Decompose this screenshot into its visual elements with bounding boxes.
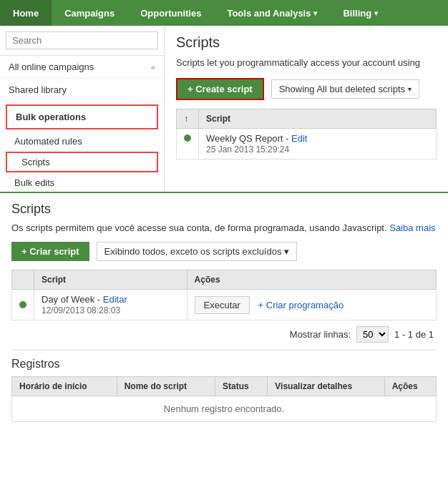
nav-home[interactable]: Home [0, 0, 52, 26]
logs-col-status: Status [215, 377, 268, 396]
main-toolbar: + Create script Showing All but deleted … [176, 78, 437, 100]
execute-button[interactable]: Executar [195, 296, 250, 314]
page-size-select[interactable]: 50 [356, 326, 389, 343]
sort-icon: ↑ [184, 114, 188, 124]
bottom-col-actions: Ações [187, 270, 436, 290]
logs-empty-row: Nenhum registro encontrado. [12, 396, 437, 422]
sidebar-bulk-edits[interactable]: Bulk edits [0, 174, 164, 192]
bottom-title: Scripts [11, 202, 437, 217]
page-info: 1 - 1 de 1 [394, 329, 434, 340]
create-script-button[interactable]: + Create script [176, 78, 264, 100]
logs-section: Registros Horário de início Nome do scri… [11, 350, 437, 422]
sidebar-campaigns-section[interactable]: All online campaigns « [0, 56, 164, 79]
saiba-mais-link[interactable]: Saiba mais [389, 222, 435, 233]
bottom-actions-cell: Executar + Criar programação [187, 290, 436, 320]
filter-button[interactable]: Showing All but deleted scripts ▾ [271, 79, 419, 99]
main-panel: Scripts Scripts let you programmatically… [165, 26, 448, 192]
filter-arrow-icon: ▾ [408, 85, 412, 93]
bottom-filter-arrow-icon: ▾ [284, 246, 289, 257]
main-description: Scripts let you programmatically access … [176, 57, 437, 69]
search-box [0, 26, 164, 56]
bottom-description: Os scripts permitem que você acesse sua … [11, 222, 437, 233]
bottom-filter-button[interactable]: Exibindo todos, exceto os scripts excluí… [97, 242, 298, 261]
nav-billing[interactable]: Billing ▾ [330, 0, 391, 26]
bottom-status-cell [12, 290, 34, 320]
logs-empty-message: Nenhum registro encontrado. [12, 396, 437, 422]
status-cell [177, 129, 199, 160]
tools-arrow-icon: ▾ [313, 9, 317, 17]
logs-col-details: Visualizar detalhes [268, 377, 384, 396]
pagination: Mostrar linhas: 50 1 - 1 de 1 [11, 326, 437, 343]
bottom-separator: - [97, 294, 103, 305]
table-row: Weekly QS Report - Edit 25 Jan 2013 15:2… [177, 129, 437, 160]
col-status-header: ↑ [177, 109, 199, 129]
page-title: Scripts [176, 34, 437, 51]
rows-label: Mostrar linhas: [290, 329, 351, 340]
script-date: 25 Jan 2013 15:29:24 [206, 144, 289, 155]
collapse-icon[interactable]: « [151, 63, 155, 72]
status-dot [184, 134, 191, 142]
bottom-scripts-table: Script Ações Day of Week - Editar 12/09/… [11, 270, 437, 320]
logs-col-start: Horário de início [12, 377, 117, 396]
edit-link[interactable]: Edit [291, 133, 307, 144]
sidebar-scripts[interactable]: Scripts [6, 152, 158, 172]
script-name: Weekly QS Report [206, 133, 283, 144]
nav-tools[interactable]: Tools and Analysis ▾ [214, 0, 330, 26]
logs-title: Registros [11, 358, 437, 371]
bottom-script-cell: Day of Week - Editar 12/09/2013 08:28:03 [34, 290, 188, 320]
bottom-script-name: Day of Week [42, 294, 94, 305]
sidebar-bulk-operations[interactable]: Bulk operations [6, 104, 158, 129]
bottom-status-dot [19, 301, 26, 308]
criar-script-button[interactable]: + Criar script [11, 242, 89, 261]
logs-col-actions: Ações [384, 377, 436, 396]
bottom-col-status [12, 270, 34, 290]
col-script-header: Script [199, 109, 437, 129]
create-schedule-link[interactable]: + Criar programação [258, 300, 344, 310]
logs-table: Horário de início Nome do script Status … [11, 376, 437, 422]
separator: - [286, 133, 291, 144]
nav-opportunities[interactable]: Opportunities [127, 0, 214, 26]
all-campaigns-label: All online campaigns [9, 62, 94, 72]
sidebar-shared-library[interactable]: Shared library [0, 79, 164, 102]
bottom-script-date: 12/09/2013 08:28:03 [42, 305, 120, 315]
bottom-toolbar: + Criar script Exibindo todos, exceto os… [11, 242, 437, 261]
editar-link[interactable]: Editar [103, 294, 127, 305]
bottom-panel: Scripts Os scripts permitem que você ace… [0, 192, 448, 431]
top-nav: Home Campaigns Opportunities Tools and A… [0, 0, 448, 26]
search-input[interactable] [6, 31, 158, 49]
scripts-table: ↑ Script Weekly QS Report - Edit 25 Ja [176, 109, 437, 160]
shared-library-label: Shared library [9, 84, 67, 95]
sidebar: All online campaigns « Shared library Bu… [0, 26, 165, 192]
page-layout: All online campaigns « Shared library Bu… [0, 26, 448, 192]
bottom-table-row: Day of Week - Editar 12/09/2013 08:28:03… [12, 290, 437, 320]
bottom-col-script: Script [34, 270, 188, 290]
script-cell: Weekly QS Report - Edit 25 Jan 2013 15:2… [199, 129, 437, 160]
billing-arrow-icon: ▾ [374, 9, 378, 17]
sidebar-automated-rules[interactable]: Automated rules [0, 132, 164, 150]
nav-campaigns[interactable]: Campaigns [52, 0, 127, 26]
logs-col-name: Nome do script [117, 377, 215, 396]
